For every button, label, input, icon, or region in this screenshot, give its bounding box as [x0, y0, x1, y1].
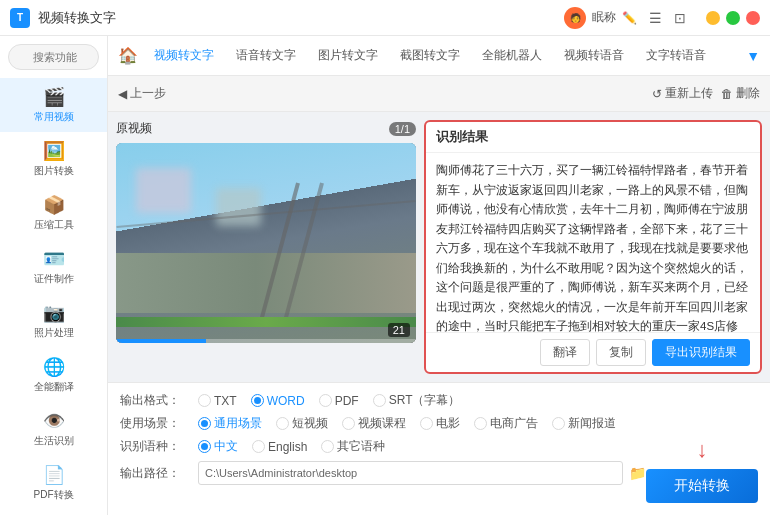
translate-button[interactable]: 翻译 [540, 339, 590, 366]
lang-english-label: English [268, 440, 307, 454]
format-pdf-radio[interactable] [319, 394, 332, 407]
user-info: 🧑 眠称 ✏️ [564, 7, 637, 29]
scene-ecommerce[interactable]: 电商广告 [474, 415, 538, 432]
export-button[interactable]: 导出识别结果 [652, 339, 750, 366]
scene-course-radio[interactable] [342, 417, 355, 430]
tab-screenshot-to-text[interactable]: 截图转文字 [390, 43, 470, 68]
title-bar: T 视频转换文字 🧑 眠称 ✏️ ☰ ⊡ [0, 0, 770, 36]
format-srt-label: SRT（字幕） [389, 392, 461, 409]
result-actions: 翻译 复制 导出识别结果 [426, 332, 760, 372]
home-tab[interactable]: 🏠 [118, 46, 138, 65]
scene-common-radio[interactable] [198, 417, 211, 430]
scene-news[interactable]: 新闻报道 [552, 415, 616, 432]
format-pdf-label: PDF [335, 394, 359, 408]
format-word[interactable]: WORD [251, 394, 305, 408]
menu-icon[interactable]: ☰ [649, 10, 662, 26]
common-video-icon: 🎬 [43, 86, 65, 108]
video-preview[interactable]: 21 [116, 143, 416, 343]
output-path-input[interactable] [198, 461, 623, 485]
minimize-button[interactable] [706, 11, 720, 25]
output-format-row: 输出格式： TXT WORD PDF [120, 389, 758, 412]
scene-short-video[interactable]: 短视频 [276, 415, 328, 432]
sidebar-item-label: 生活识别 [34, 434, 74, 448]
close-button[interactable] [746, 11, 760, 25]
video-frame-number: 21 [388, 323, 410, 337]
start-convert-button[interactable]: 开始转换 [646, 469, 758, 503]
tab-video-to-text[interactable]: 视频转文字 [144, 43, 224, 68]
edit-icon[interactable]: ✏️ [622, 11, 637, 25]
app-logo: T [10, 8, 30, 28]
scene-course[interactable]: 视频课程 [342, 415, 406, 432]
lang-other-label: 其它语种 [337, 438, 385, 455]
delete-button[interactable]: 🗑 删除 [721, 85, 760, 102]
user-avatar: 🧑 [564, 7, 586, 29]
lang-other-radio[interactable] [321, 440, 334, 453]
reupload-label: 重新上传 [665, 85, 713, 102]
lang-english[interactable]: English [252, 440, 307, 454]
scene-short-video-radio[interactable] [276, 417, 289, 430]
format-word-label: WORD [267, 394, 305, 408]
format-txt-radio[interactable] [198, 394, 211, 407]
video-progress-bar-container [116, 339, 416, 343]
sidebar-item-full-translate[interactable]: 🌐 全能翻译 [0, 348, 107, 402]
scene-news-radio[interactable] [552, 417, 565, 430]
app-container: T 视频转换文字 🧑 眠称 ✏️ ☰ ⊡ 🔍 [0, 0, 770, 515]
life-recognize-icon: 👁️ [43, 410, 65, 432]
sidebar-item-label: PDF转换 [34, 488, 74, 502]
sidebar-item-pdf-convert[interactable]: 📄 PDF转换 [0, 456, 107, 510]
scene-course-label: 视频课程 [358, 415, 406, 432]
sidebar-item-pdf-process[interactable]: 📋 PDF处理 [0, 510, 107, 515]
image-convert-icon: 🖼️ [43, 140, 65, 162]
tab-image-to-text[interactable]: 图片转文字 [308, 43, 388, 68]
scene-group: 通用场景 短视频 视频课程 电影 [198, 415, 616, 432]
copy-button[interactable]: 复制 [596, 339, 646, 366]
sidebar-item-life-recognize[interactable]: 👁️ 生活识别 [0, 402, 107, 456]
format-srt-radio[interactable] [373, 394, 386, 407]
app-title: 视频转换文字 [38, 9, 564, 27]
delete-icon: 🗑 [721, 87, 733, 101]
lang-chinese-label: 中文 [214, 438, 238, 455]
folder-browse-button[interactable]: 📁 [629, 465, 646, 481]
back-label: 上一步 [130, 85, 166, 102]
scene-common-label: 通用场景 [214, 415, 262, 432]
format-word-radio[interactable] [251, 394, 264, 407]
scene-movie-radio[interactable] [420, 417, 433, 430]
sidebar-item-photo-process[interactable]: 📷 照片处理 [0, 294, 107, 348]
tab-speech-to-text[interactable]: 语音转文字 [226, 43, 306, 68]
lang-other[interactable]: 其它语种 [321, 438, 385, 455]
reupload-button[interactable]: ↺ 重新上传 [652, 85, 713, 102]
video-label-row: 原视频 1/1 [116, 120, 416, 137]
sidebar-items: 🎬 常用视频 🖼️ 图片转换 📦 压缩工具 🪪 证件制作 📷 照片 [0, 78, 107, 515]
tab-text-to-speech[interactable]: 文字转语音 [636, 43, 716, 68]
scene-short-video-label: 短视频 [292, 415, 328, 432]
screenshot-icon[interactable]: ⊡ [674, 10, 686, 26]
format-srt[interactable]: SRT（字幕） [373, 392, 461, 409]
sidebar: 🔍 🎬 常用视频 🖼️ 图片转换 📦 压缩工具 🪪 [0, 36, 108, 515]
scene-movie-label: 电影 [436, 415, 460, 432]
title-bar-controls: 🧑 眠称 ✏️ ☰ ⊡ [564, 7, 760, 29]
sidebar-item-image-convert[interactable]: 🖼️ 图片转换 [0, 132, 107, 186]
format-pdf[interactable]: PDF [319, 394, 359, 408]
scene-ecommerce-label: 电商广告 [490, 415, 538, 432]
sidebar-item-common-video[interactable]: 🎬 常用视频 [0, 78, 107, 132]
format-txt[interactable]: TXT [198, 394, 237, 408]
video-content [116, 143, 416, 343]
tab-all-robots[interactable]: 全能机器人 [472, 43, 552, 68]
scene-movie[interactable]: 电影 [420, 415, 460, 432]
maximize-button[interactable] [726, 11, 740, 25]
lang-chinese-radio[interactable] [198, 440, 211, 453]
lang-english-radio[interactable] [252, 440, 265, 453]
tab-video-to-speech[interactable]: 视频转语音 [554, 43, 634, 68]
sidebar-item-compress-tools[interactable]: 📦 压缩工具 [0, 186, 107, 240]
result-panel: 识别结果 陶师傅花了三十六万，买了一辆江铃福特悍路者，春节开着新车，从宁波返家返… [424, 120, 762, 374]
toolbar: ◀ 上一步 ↺ 重新上传 🗑 删除 [108, 76, 770, 112]
scene-common[interactable]: 通用场景 [198, 415, 262, 432]
lang-chinese[interactable]: 中文 [198, 438, 238, 455]
sidebar-item-cert-make[interactable]: 🪪 证件制作 [0, 240, 107, 294]
nav-more-arrow[interactable]: ▼ [746, 48, 760, 64]
photo-process-icon: 📷 [43, 302, 65, 324]
back-button[interactable]: ◀ 上一步 [118, 85, 166, 102]
search-input[interactable] [8, 44, 99, 70]
content-area: 🏠 视频转文字 语音转文字 图片转文字 截图转文字 全能机器人 视频转语音 文字… [108, 36, 770, 515]
scene-ecommerce-radio[interactable] [474, 417, 487, 430]
